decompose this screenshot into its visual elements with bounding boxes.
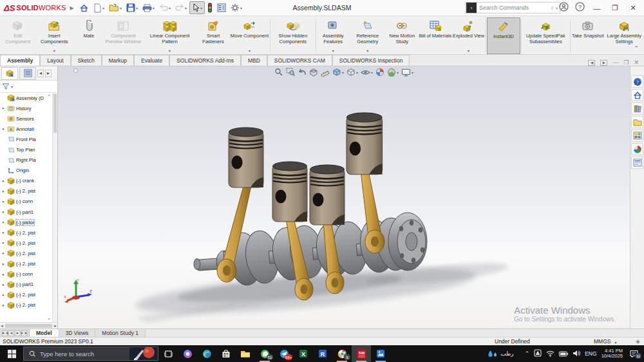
tree-item[interactable]: Origin [0, 166, 52, 176]
tree-item[interactable]: ▸ (-) 2. pist [0, 259, 52, 269]
rebuild-traffic-light-icon[interactable] [205, 1, 214, 14]
appearances-icon[interactable] [631, 143, 643, 155]
doc-minimize-icon[interactable]: — [612, 59, 618, 66]
start-button[interactable] [0, 345, 23, 362]
search-caret-icon[interactable]: ▾ [556, 6, 558, 10]
study-tab-nav[interactable]: ◄◄◄►►► [0, 329, 30, 337]
tray-chevron-up-icon[interactable]: ⌃ [525, 350, 530, 357]
photos-icon[interactable] [371, 345, 390, 362]
show-hidden-components-button[interactable]: Show Hidden Components [271, 17, 314, 54]
tab-layout[interactable]: Layout [40, 55, 71, 66]
chrome-icon[interactable]: S [332, 345, 352, 362]
meet-now-icon[interactable] [534, 348, 542, 359]
tree-item[interactable]: ▸ (-) 2. pist [0, 290, 52, 300]
battery-icon[interactable] [559, 348, 568, 359]
update-speedpak-subassemblies-button[interactable]: Update SpeedPak Subassemblies [522, 17, 569, 54]
brand-flyout-arrow-icon[interactable]: ▶ [70, 5, 74, 11]
tree-item[interactable]: Front Pla [0, 134, 52, 144]
panel-tab-right-arrow[interactable]: ► [45, 70, 52, 77]
new-motion-study-button[interactable]: New Motion Study [386, 17, 419, 54]
minimize-button[interactable]: — [591, 5, 603, 12]
tree-item[interactable]: ▸ (-) conn [0, 269, 52, 280]
tab-solidworks-cam[interactable]: SOLIDWORKS CAM [267, 55, 332, 66]
tree-item[interactable]: ▸ (-) 2. pist [0, 300, 52, 310]
exploded-view-button[interactable]: Exploded View▾ [452, 17, 486, 54]
move-component-button[interactable]: Move Component▾ [230, 17, 269, 54]
tree-item[interactable]: Right Pla [0, 155, 52, 166]
volume-icon[interactable] [573, 348, 580, 359]
feature-manager-tree-tab[interactable] [1, 67, 18, 80]
tree-item[interactable]: ▸ (-) 2. pist [0, 227, 52, 238]
reference-geometry-button[interactable]: Reference Geometry▾ [350, 17, 386, 54]
file-explorer-icon[interactable] [236, 345, 255, 362]
revit-icon[interactable]: R [313, 345, 332, 362]
insert-components-button[interactable]: Insert Components▾ [35, 17, 74, 54]
tree-filter[interactable]: ▾ [0, 81, 57, 93]
design-library-icon[interactable] [631, 102, 643, 115]
excel-icon[interactable]: X [294, 345, 313, 362]
tab-model[interactable]: Model [30, 329, 59, 337]
tree-scroll-down-icon[interactable]: ⌄ [47, 316, 51, 321]
tree-scroll-up-icon[interactable]: ⌃ [47, 94, 51, 99]
property-manager-tab[interactable] [19, 67, 36, 80]
edge-icon[interactable] [197, 345, 216, 362]
whatsapp-icon[interactable]: 51 [255, 345, 274, 362]
tab-solidworks-inspection[interactable]: SOLIDWORKS Inspection [332, 55, 410, 66]
tab-motion-study-1[interactable]: Motion Study 1 [95, 329, 146, 337]
solidworks-resources-icon[interactable]: ? [631, 75, 643, 88]
tree-item[interactable]: Sensors [0, 113, 52, 124]
search-commands-box[interactable]: › Search Commands ⌕ ▾ [465, 2, 560, 14]
tree-item[interactable]: ▸ (-) part1 [0, 280, 52, 290]
tab-assembly[interactable]: Assembly [0, 55, 40, 66]
doc-previous-window-icon[interactable]: ◄ [588, 60, 595, 66]
doc-close-icon[interactable]: ✕ [634, 59, 639, 66]
tab-sketch[interactable]: Sketch [71, 55, 102, 66]
close-button[interactable]: ✕ [627, 4, 639, 12]
tree-horizontal-scrollbar[interactable]: ◄► [0, 322, 57, 329]
wifi-icon[interactable] [546, 348, 554, 359]
assembly-features-button[interactable]: Assembly Features▾ [317, 17, 350, 54]
take-snapshot-button[interactable]: Take Snapshot [571, 17, 605, 54]
open-button[interactable]: ▾ [107, 1, 124, 14]
solidworks-taskbar-icon[interactable]: SW2023 [352, 345, 371, 362]
restore-button[interactable]: ❐ [609, 4, 621, 12]
language-indicator[interactable]: ENG [585, 350, 596, 357]
tree-item[interactable]: Top Plan [0, 144, 52, 155]
new-document-button[interactable]: ▾ [91, 1, 106, 14]
status-units[interactable]: MMGS▴ [594, 338, 616, 345]
home-button[interactable] [77, 1, 91, 14]
tab-3d-views[interactable]: 3D Views [59, 329, 96, 337]
taskbar-search-box[interactable]: Type here to search [23, 347, 158, 361]
telegram-icon[interactable]: 99+ [274, 345, 294, 362]
tree-item[interactable]: ▸ (-) pistor [0, 217, 52, 227]
save-button[interactable]: ▾ [124, 1, 140, 14]
tab-mbd[interactable]: MBD [241, 55, 267, 66]
smart-fasteners-button[interactable]: Smart Fasteners [196, 17, 230, 54]
settings-gear-icon[interactable]: ▾ [229, 1, 244, 14]
clock[interactable]: 4:41 PM 10/4/2025 [601, 348, 623, 359]
tree-item[interactable]: ▸ (-) 2. pist [0, 238, 52, 248]
tree-item[interactable]: ▸ (-) conn [0, 196, 52, 207]
model-crankshaft-piston-assembly[interactable] [58, 66, 630, 329]
panel-tab-left-arrow[interactable]: ◄ [37, 70, 44, 77]
file-explorer-icon[interactable] [631, 116, 643, 128]
tree-item[interactable]: ▸ Annotati [0, 124, 52, 134]
home-icon[interactable] [631, 89, 643, 101]
print-button[interactable]: ▾ [140, 1, 156, 14]
tab-solidworks-add-ins[interactable]: SOLIDWORKS Add-Ins [169, 55, 241, 66]
store-icon[interactable] [216, 345, 236, 362]
options-list-icon[interactable] [215, 1, 228, 14]
select-cursor-button[interactable]: ▾ [189, 1, 205, 14]
status-tag-icon[interactable]: ◈ [636, 338, 640, 345]
search-icon[interactable]: ⌕ [551, 4, 554, 12]
tree-item[interactable]: Assembly (D [0, 93, 52, 103]
task-view-button[interactable] [158, 345, 178, 362]
tree-item[interactable]: ▸ (-) 2. pist [0, 186, 52, 196]
user-account-icon[interactable] [559, 2, 569, 14]
tree-item[interactable]: ▸ (-) crank [0, 176, 52, 186]
ribbon-collapse-chevron-icon[interactable]: ⌃ [634, 45, 639, 52]
notifications-icon[interactable]: 11 [627, 350, 640, 357]
tree-item[interactable]: ▸ (-) 2. pist [0, 248, 52, 258]
doc-next-window-icon[interactable]: ► [600, 60, 607, 66]
tree-item[interactable]: ▸ (-) part1 [0, 207, 52, 217]
